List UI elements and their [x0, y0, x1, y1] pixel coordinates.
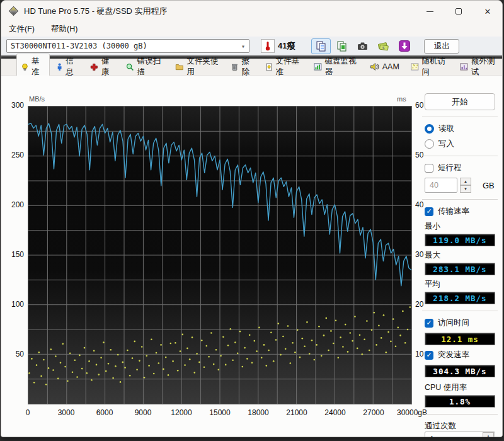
- access-time-dot: [381, 337, 382, 339]
- read-radio-row[interactable]: 读取: [425, 123, 495, 134]
- save-screenshot-button[interactable]: [332, 38, 352, 54]
- access-time-dot: [67, 381, 69, 382]
- access-time-dot: [282, 336, 284, 338]
- download-arrow-icon: [398, 40, 411, 52]
- access-time-dot: [170, 343, 172, 345]
- access-time-dot: [112, 377, 114, 379]
- short-stroke-checkbox[interactable]: [425, 164, 433, 173]
- tab-label: 文件夹使用: [186, 56, 220, 77]
- access-time-dot: [220, 355, 222, 357]
- short-stroke-row[interactable]: 短行程: [425, 163, 495, 173]
- access-time-dot: [273, 360, 275, 362]
- access-time-dot: [76, 376, 78, 378]
- bar-chart-green-icon: [314, 62, 322, 71]
- update-button[interactable]: [394, 38, 414, 54]
- access-time-dot: [287, 325, 289, 327]
- access-time-dot: [299, 357, 301, 358]
- stepper-up-icon[interactable]: ▲: [460, 178, 471, 185]
- access-time-dot: [136, 369, 138, 370]
- menu-file[interactable]: 文件(F): [6, 23, 37, 36]
- access-time-dot: [43, 359, 45, 361]
- passes-input[interactable]: 1 ▲▼: [425, 432, 495, 437]
- stepper-up-icon[interactable]: ▲: [483, 432, 494, 437]
- access-time-checkbox[interactable]: ✓: [425, 319, 433, 328]
- access-time-dot: [64, 366, 66, 368]
- divider: [422, 199, 498, 200]
- read-radio[interactable]: [425, 124, 434, 134]
- short-stroke-size-input[interactable]: 40: [425, 178, 457, 193]
- cpu-usage-label: CPU 使用率: [425, 382, 495, 393]
- burst-rate-checkbox[interactable]: ✓: [425, 351, 433, 360]
- short-stroke-stepper[interactable]: ▲▼: [460, 178, 471, 193]
- access-time-dot: [110, 349, 112, 351]
- access-time-dot: [62, 343, 64, 345]
- access-time-dot: [222, 336, 224, 338]
- minimize-button[interactable]: [415, 1, 444, 22]
- access-time-dot: [369, 350, 370, 352]
- access-time-dot: [244, 347, 246, 349]
- access-time-dot: [285, 348, 287, 350]
- access-time-dot: [28, 372, 30, 374]
- access-time-dot: [306, 321, 308, 323]
- access-time-dot: [347, 351, 349, 353]
- register-button[interactable]: $: [374, 38, 393, 54]
- passes-value: 1: [430, 435, 434, 437]
- y-left-tick-label: 100: [4, 300, 24, 309]
- toolbar: ST30000NT011-3V2103 (30000 gB) ▾ 41癈: [1, 37, 502, 55]
- maximize-button[interactable]: [444, 1, 473, 22]
- access-time-label: 访问时间: [438, 318, 469, 328]
- access-time-dot: [237, 353, 239, 355]
- write-radio[interactable]: [425, 139, 434, 149]
- access-time-dot: [399, 335, 401, 336]
- access-time-dot: [316, 344, 318, 346]
- access-time-dot: [333, 343, 335, 345]
- access-time-dot: [81, 368, 83, 370]
- access-time-dot: [410, 306, 411, 308]
- access-time-dot: [390, 341, 392, 343]
- access-time-dot: [374, 312, 375, 314]
- access-time-dot: [194, 372, 196, 374]
- access-time-dot: [213, 364, 215, 365]
- access-time-dot: [371, 329, 373, 331]
- start-button[interactable]: 开始: [425, 93, 495, 110]
- menu-bar: 文件(F) 帮助(H): [1, 22, 502, 37]
- tab-label: 磁盘监视器: [325, 56, 358, 77]
- tab-label: 擦除: [241, 56, 255, 77]
- write-radio-row[interactable]: 写入: [425, 139, 495, 149]
- stepper-down-icon[interactable]: ▼: [460, 185, 471, 193]
- access-time-dot: [172, 360, 174, 362]
- access-time-dot: [79, 355, 81, 357]
- burst-rate-row[interactable]: ✓ 突发速率: [425, 350, 495, 360]
- gb-unit-label: GB: [483, 181, 495, 190]
- title-bar: HD Tune Pro 5.75 - 硬盘/SSD 实用程序 ✕: [1, 1, 502, 22]
- close-button[interactable]: ✕: [473, 1, 502, 22]
- access-time-dot: [342, 346, 344, 348]
- access-time-dot: [127, 350, 129, 352]
- access-time-dot: [206, 345, 208, 347]
- access-time-dot: [227, 345, 229, 346]
- access-time-dot: [84, 347, 86, 349]
- screenshot-button[interactable]: [353, 38, 372, 54]
- transfer-rate-row[interactable]: ✓ 传输速率: [425, 206, 495, 217]
- access-time-dot: [318, 326, 320, 328]
- access-time-dot: [398, 327, 399, 329]
- tab-label: 错误扫描: [137, 56, 163, 77]
- access-time-dot: [280, 354, 282, 356]
- tab-aam[interactable]: AAM: [365, 60, 404, 73]
- access-time-dot: [321, 355, 323, 357]
- access-time-dot: [386, 352, 387, 353]
- y-left-tick-label: 150: [4, 250, 24, 259]
- drive-select[interactable]: ST30000NT011-3V2103 (30000 gB) ▾: [6, 39, 249, 53]
- access-time-dot: [189, 358, 191, 360]
- access-time-dot: [100, 357, 102, 359]
- access-time-dot: [309, 353, 311, 355]
- menu-help[interactable]: 帮助(H): [49, 23, 80, 36]
- copy-screenshot-button[interactable]: [311, 38, 331, 54]
- exit-button[interactable]: 退出: [424, 39, 459, 54]
- access-time-dot: [278, 323, 280, 324]
- access-time-row[interactable]: ✓ 访问时间: [425, 318, 495, 328]
- transfer-rate-checkbox[interactable]: ✓: [425, 207, 433, 216]
- access-time-dot: [275, 339, 277, 341]
- passes-stepper[interactable]: ▲▼: [483, 432, 494, 437]
- access-time-dot: [57, 378, 59, 380]
